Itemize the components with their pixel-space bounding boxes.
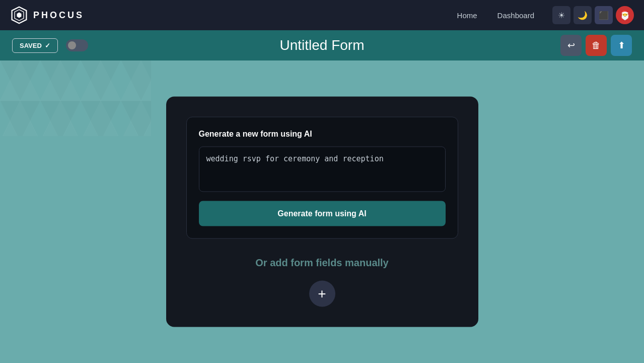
ai-prompt-textarea[interactable] [199,147,446,192]
manual-label: Or add form fields manually [186,257,458,269]
saved-label: SAVED [20,42,42,49]
saved-button[interactable]: SAVED ✓ [12,38,58,53]
undo-icon: ↩ [567,40,575,51]
add-field-button[interactable]: + [309,281,335,307]
navbar: PHOCUS Home Dashboard ☀ 🌙 ⬛ 🎅 [0,0,644,30]
action-buttons: ↩ 🗑 ⬆ [560,35,632,56]
light-mode-button[interactable]: ☀ [552,6,570,24]
main-panel: Generate a new form using AI Generate fo… [166,97,478,327]
svg-marker-2 [17,13,22,18]
nav-dashboard[interactable]: Dashboard [497,11,534,20]
toggle-switch[interactable] [66,39,88,51]
moon-icon: 🌙 [578,11,588,20]
nav-controls: ☀ 🌙 ⬛ 🎅 [552,6,634,24]
subheader: SAVED ✓ Untitled Form ↩ 🗑 ⬆ [0,30,644,60]
nav-links: Home Dashboard [457,11,534,20]
toggle-knob [68,41,76,49]
logo-area: PHOCUS [10,6,84,24]
user-avatar[interactable]: 🎅 [616,6,634,24]
dark-mode-button[interactable]: 🌙 [574,6,592,24]
chevron-down-icon: ✓ [45,42,50,49]
monitor-icon: ⬛ [599,11,609,20]
nav-home[interactable]: Home [457,11,477,20]
upload-button[interactable]: ⬆ [611,35,632,56]
brand-name: PHOCUS [33,10,84,21]
form-title: Untitled Form [279,37,364,53]
main-content: Generate a new form using AI Generate fo… [0,60,644,363]
monitor-mode-button[interactable]: ⬛ [595,6,613,24]
phocus-logo-icon [10,6,28,24]
delete-button[interactable]: 🗑 [586,35,607,56]
svg-rect-5 [0,60,151,136]
upload-icon: ⬆ [618,40,625,51]
trash-icon: 🗑 [592,40,601,51]
background-pattern [0,60,151,136]
ai-generate-card: Generate a new form using AI Generate fo… [186,117,458,239]
sun-icon: ☀ [558,11,565,20]
ai-card-title: Generate a new form using AI [199,130,446,139]
toggle-wrap [66,39,88,51]
undo-button[interactable]: ↩ [560,35,582,56]
generate-form-button[interactable]: Generate form using AI [199,201,446,226]
